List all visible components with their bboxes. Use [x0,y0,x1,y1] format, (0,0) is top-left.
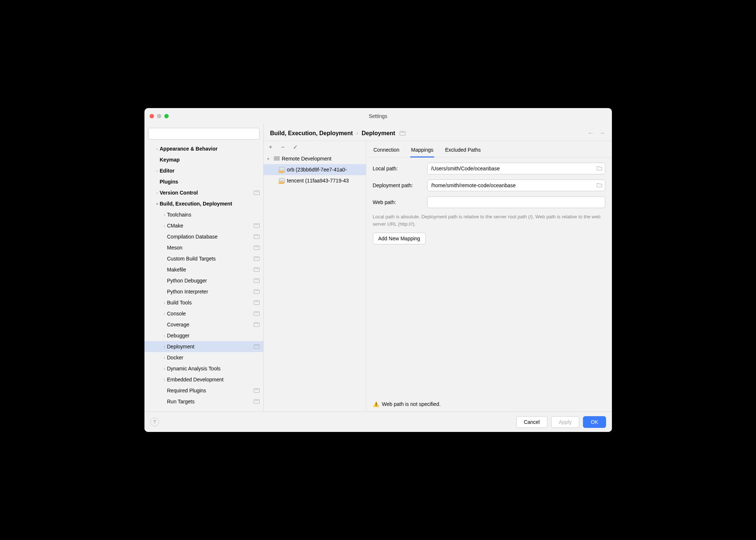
sidebar-item-label: Python Debugger [167,278,252,284]
sidebar-item-embedded-development[interactable]: ›Embedded Development [144,374,263,385]
deployment-path-input[interactable] [427,180,605,191]
sftp-server-icon [279,167,285,172]
sidebar-item-label: Coverage [167,322,252,328]
project-scope-icon [254,322,260,327]
sidebar-item-editor[interactable]: ›Editor [144,165,263,176]
server-item-label: orb (23bb6d9f-7ee7-41a0- [287,167,347,173]
project-scope-icon [254,278,260,283]
sidebar-item-custom-build-targets[interactable]: Custom Build Targets [144,253,263,264]
server-item-label: tencent (11faa943-7719-43 [287,178,349,184]
sidebar-item-label: Appearance & Behavior [160,146,260,152]
settings-search-input[interactable] [148,128,260,140]
sidebar-item-makefile[interactable]: Makefile [144,264,263,275]
nav-forward-button[interactable]: → [599,129,605,137]
mapping-hint: Local path is absolute. Deployment path … [373,213,605,228]
remove-server-button[interactable]: − [280,144,286,151]
dialog-footer: ? Cancel Apply OK [144,411,612,432]
set-default-button[interactable]: ✓ [292,144,299,151]
browse-deployment-button[interactable] [597,182,602,189]
server-detail-panel: Connection Mappings Excluded Paths Local… [366,141,612,411]
sidebar-item-label: Run Targets [167,399,252,404]
server-toolbar: ＋ − ✓ [264,141,366,153]
titlebar: Settings [144,108,612,124]
nav-back-button[interactable]: ← [588,129,594,137]
sidebar-item-build-execution-deployment[interactable]: ▾Build, Execution, Deployment [144,198,263,209]
sidebar-item-label: Docker [167,355,260,360]
window-title: Settings [369,113,388,119]
sidebar-item-label: CMake [167,223,252,229]
chevron-down-icon: ▾ [267,157,272,161]
sidebar-item-label: Compilation Database [167,234,252,240]
web-path-input[interactable] [427,196,605,208]
chevron-right-icon: › [162,334,167,338]
ok-button[interactable]: OK [583,416,606,428]
project-scope-icon [254,399,260,404]
server-group[interactable]: ▾ Remote Development [264,153,366,164]
sidebar-item-coverage[interactable]: Coverage [144,319,263,330]
sidebar-item-label: Plugins [160,179,260,185]
project-scope-icon [254,223,260,228]
add-mapping-button[interactable]: Add New Mapping [373,233,426,244]
sidebar-item-label: Makefile [167,267,252,273]
sidebar-item-docker[interactable]: ›Docker [144,352,263,363]
sidebar-item-deployment[interactable]: ›Deployment [144,341,263,352]
local-path-input[interactable] [427,163,605,174]
project-scope-icon [254,191,260,195]
chevron-right-icon: › [162,312,167,316]
chevron-right-icon: › [162,301,167,305]
sidebar-item-python-debugger[interactable]: Python Debugger [144,275,263,286]
chevron-right-icon: › [155,147,160,151]
sidebar-item-plugins[interactable]: Plugins [144,176,263,187]
project-scope-icon [254,234,260,239]
sidebar-item-version-control[interactable]: ›Version Control [144,187,263,198]
sidebar-item-meson[interactable]: Meson [144,242,263,253]
server-item[interactable]: tencent (11faa943-7719-43 [264,175,366,186]
sidebar-item-console[interactable]: ›Console [144,308,263,319]
sidebar-item-dynamic-analysis-tools[interactable]: ›Dynamic Analysis Tools [144,363,263,374]
help-button[interactable]: ? [150,418,159,426]
sidebar-item-toolchains[interactable]: ›Toolchains [144,209,263,220]
project-scope-icon [254,344,260,349]
tab-mappings[interactable]: Mappings [410,145,434,158]
sidebar-item-run-targets[interactable]: Run Targets [144,396,263,407]
sidebar-item-label: Python Interpreter [167,289,252,295]
sidebar-item-build-tools[interactable]: ›Build Tools [144,297,263,308]
sidebar-item-debugger[interactable]: ›Debugger [144,330,263,341]
sidebar-item-label: Meson [167,245,252,251]
browse-local-button[interactable] [597,166,602,172]
server-item[interactable]: orb (23bb6d9f-7ee7-41a0- [264,164,366,175]
minimize-window-button[interactable] [157,114,161,118]
breadcrumb-parent: Build, Execution, Deployment [270,130,353,137]
detail-tabs: Connection Mappings Excluded Paths [366,141,612,158]
sidebar-item-label: Required Plugins [167,388,252,393]
settings-tree: ›Appearance & BehaviorKeymap›EditorPlugi… [144,143,263,411]
sidebar-item-appearance-behavior[interactable]: ›Appearance & Behavior [144,143,263,154]
add-server-button[interactable]: ＋ [267,143,274,151]
maximize-window-button[interactable] [164,114,169,118]
tab-connection[interactable]: Connection [373,145,400,158]
close-window-button[interactable] [150,114,154,118]
sidebar-item-label: Version Control [160,190,252,196]
tab-excluded-paths[interactable]: Excluded Paths [444,145,481,158]
apply-button[interactable]: Apply [551,416,579,428]
project-scope-icon [400,131,405,136]
warning-bar: ⚠️ Web path is not specified. [366,397,612,411]
project-scope-icon [254,388,260,393]
window-controls [150,114,169,118]
sidebar-item-required-plugins[interactable]: Required Plugins [144,385,263,396]
sidebar-item-cmake[interactable]: ›CMake [144,220,263,231]
chevron-right-icon: › [162,224,167,228]
sidebar-item-compilation-database[interactable]: Compilation Database [144,231,263,242]
sidebar-item-label: Debugger [167,333,260,339]
project-scope-icon [254,267,260,272]
cancel-button[interactable]: Cancel [516,416,548,428]
project-scope-icon [254,289,260,294]
sidebar-item-label: Deployment [167,344,252,349]
chevron-right-icon: › [162,367,167,371]
sidebar-item-python-interpreter[interactable]: Python Interpreter [144,286,263,297]
sidebar-item-keymap[interactable]: Keymap [144,154,263,165]
local-path-label: Local path: [373,166,423,171]
warning-text: Web path is not specified. [382,401,441,407]
server-tree: ▾ Remote Development orb (23bb6d9f-7ee7-… [264,153,366,411]
web-path-label: Web path: [373,199,423,205]
